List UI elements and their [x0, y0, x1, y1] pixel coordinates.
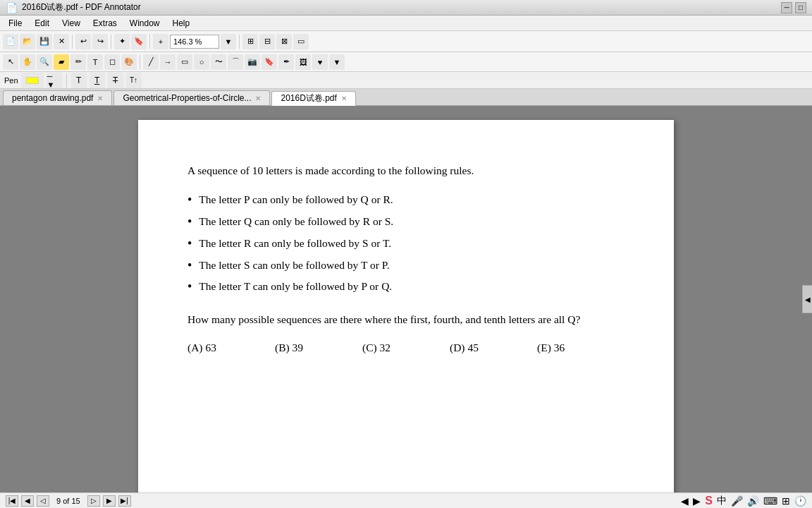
grid-icon: ⊞: [782, 495, 790, 507]
new-button[interactable]: 📄: [3, 34, 18, 49]
freehand-tool[interactable]: 〜: [211, 54, 226, 70]
prev-page-button2[interactable]: ◁: [37, 495, 49, 507]
list-item: • The letter S can only be followed by T…: [187, 257, 625, 276]
pen-style-dropdown[interactable]: ─ ▼: [47, 73, 62, 88]
separator-4: [239, 35, 240, 49]
magnify-tool[interactable]: 🔍: [37, 54, 52, 70]
two-page-button[interactable]: ⊠: [276, 34, 292, 49]
menu-bar: File Edit View Extras Window Help: [0, 16, 812, 31]
speaker-icon: 🔊: [747, 495, 759, 507]
back-nav-icon[interactable]: ◀: [681, 495, 689, 507]
color-tool[interactable]: 🎨: [121, 54, 137, 70]
heart-tool[interactable]: ♥: [312, 54, 328, 70]
select-tool[interactable]: ↖: [3, 54, 18, 70]
bullet-icon: •: [187, 277, 192, 297]
close-button[interactable]: ✕: [54, 34, 69, 49]
tab-bar: pentagon drawing.pdf ✕ Geometrical-Prope…: [0, 89, 812, 106]
redo-button[interactable]: ↪: [92, 34, 108, 49]
window-controls: ─ □: [781, 2, 806, 13]
single-page-button[interactable]: ▭: [293, 34, 309, 49]
image-tool[interactable]: 🖼: [295, 54, 311, 70]
fit-page-button[interactable]: ⊟: [259, 34, 275, 49]
eraser-tool[interactable]: ◻: [104, 54, 120, 70]
bullet-icon: •: [187, 212, 192, 232]
rules-list: • The letter P can only be followed by Q…: [187, 191, 625, 297]
text-plain-button[interactable]: T: [71, 73, 87, 88]
minimize-button[interactable]: ─: [781, 2, 792, 13]
arrow-tool[interactable]: →: [160, 54, 176, 70]
next-page-button[interactable]: ▷: [87, 495, 100, 507]
choice-a: (A) 63: [187, 341, 275, 354]
tab-pentagon[interactable]: pentagon drawing.pdf ✕: [3, 90, 112, 105]
text-underline-button[interactable]: T: [90, 73, 105, 88]
cursor-button[interactable]: ✦: [114, 34, 130, 49]
bullet-icon: •: [187, 255, 192, 276]
separator-1: [72, 35, 73, 49]
keyboard-icon: ⌨: [763, 495, 777, 507]
tab-close-geometrical[interactable]: ✕: [255, 95, 261, 102]
choice-c: (C) 32: [362, 341, 450, 354]
lang-icon: 中: [717, 495, 727, 507]
app-icon: 📄: [6, 2, 18, 13]
menu-help[interactable]: Help: [167, 17, 196, 30]
tab-2016d[interactable]: 2016D试卷.pdf ✕: [271, 91, 355, 106]
sub-toolbar: Pen ─ ▼ T T T T↑: [0, 72, 812, 89]
separator-5: [140, 55, 140, 69]
rect-tool[interactable]: ▭: [177, 54, 192, 70]
forward-nav-icon[interactable]: ▶: [693, 495, 701, 507]
choice-d: (D) 45: [450, 341, 537, 354]
pan-tool[interactable]: ✋: [20, 54, 35, 70]
connector-tool[interactable]: ⌒: [228, 54, 243, 70]
zoom-in-button[interactable]: +: [153, 34, 168, 49]
stamp-button[interactable]: 🔖: [131, 34, 147, 49]
choice-e: (E) 36: [537, 341, 625, 354]
prev-page-button[interactable]: ◀: [21, 495, 34, 507]
restore-button[interactable]: □: [795, 2, 806, 13]
tab-close-2016d[interactable]: ✕: [341, 95, 347, 102]
pdf-page: A sequence of 10 letters is made accordi…: [138, 120, 674, 492]
zoom-display[interactable]: 146.3 %: [170, 35, 219, 49]
undo-button[interactable]: ↩: [75, 34, 91, 49]
fit-width-button[interactable]: ⊞: [242, 34, 258, 49]
menu-file[interactable]: File: [3, 17, 27, 30]
bullet-icon: •: [187, 190, 192, 210]
snapshot-tool[interactable]: 📷: [245, 54, 260, 70]
list-item: • The letter P can only be followed by Q…: [187, 191, 625, 210]
menu-window[interactable]: Window: [124, 17, 166, 30]
right-panel-collapse-button[interactable]: ◀: [802, 285, 812, 313]
text-superscript-button[interactable]: T↑: [126, 73, 142, 88]
nav-controls: |◀ ◀ ◁ 9 of 15 ▷ ▶ ▶|: [6, 495, 131, 507]
pen-tool[interactable]: ✏: [70, 54, 86, 70]
pdf-intro-text: A sequence of 10 letters is made accordi…: [187, 162, 625, 179]
bullet-icon: •: [187, 234, 192, 254]
heart-dropdown[interactable]: ▼: [329, 54, 345, 70]
menu-edit[interactable]: Edit: [29, 17, 55, 30]
status-bar: |◀ ◀ ◁ 9 of 15 ▷ ▶ ▶| ◀ ▶ S 中 🎤 🔊 ⌨ ⊞ 🕐: [0, 492, 812, 508]
separator-2: [111, 35, 111, 49]
sep-sub: [66, 73, 67, 87]
save-button[interactable]: 💾: [37, 34, 52, 49]
text-tool[interactable]: T: [87, 54, 103, 70]
pen-set[interactable]: ✒: [278, 54, 294, 70]
next-page-button2[interactable]: ▶: [103, 495, 116, 507]
toolbar: 📄 📂 💾 ✕ ↩ ↪ ✦ 🔖 + 146.3 % ▼ ⊞ ⊟ ⊠ ▭: [0, 31, 812, 52]
ellipse-tool[interactable]: ○: [194, 54, 209, 70]
open-button[interactable]: 📂: [20, 34, 35, 49]
stamp-tool2[interactable]: 🔖: [262, 54, 277, 70]
pdf-area[interactable]: A sequence of 10 letters is made accordi…: [0, 106, 812, 492]
microphone-icon: 🎤: [731, 495, 743, 507]
choices-row: (A) 63 (B) 39 (C) 32 (D) 45 (E) 36: [187, 341, 625, 354]
wps-icon: S: [705, 495, 713, 507]
tab-geometrical[interactable]: Geometrical-Properties-of-Circle... ✕: [113, 90, 270, 105]
pen-color-button[interactable]: [21, 73, 44, 88]
tab-close-pentagon[interactable]: ✕: [97, 95, 103, 102]
pen-label: Pen: [4, 76, 18, 85]
menu-view[interactable]: View: [56, 17, 86, 30]
last-page-button[interactable]: ▶|: [118, 495, 131, 507]
text-strikethrough-button[interactable]: T: [108, 73, 123, 88]
zoom-dropdown-button[interactable]: ▼: [221, 34, 236, 49]
highlight-tool[interactable]: ▰: [54, 54, 69, 70]
first-page-button[interactable]: |◀: [6, 495, 18, 507]
menu-extras[interactable]: Extras: [87, 17, 123, 30]
line-tool[interactable]: ╱: [143, 54, 159, 70]
